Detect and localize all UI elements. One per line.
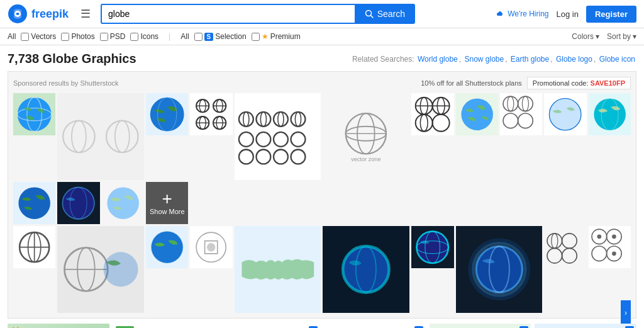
logo-link[interactable]: freepik (8, 4, 70, 24)
all-filter-label: All (8, 32, 16, 41)
svg-text:vector zone: vector zone (352, 156, 381, 162)
svg-point-26 (243, 112, 249, 127)
grid-item-4[interactable]: S (324, 324, 426, 328)
photos-checkbox[interactable] (61, 33, 69, 41)
sponsored-thumb-r2-10[interactable] (589, 226, 631, 268)
selection-filter[interactable]: S Selection (194, 32, 247, 41)
world-map-svg (235, 226, 321, 313)
grid-item-5[interactable]: S (430, 324, 531, 328)
sponsored-thumb-r2-6[interactable] (323, 226, 409, 313)
register-button[interactable]: Register (586, 6, 636, 23)
svg-point-100 (547, 248, 562, 263)
vectors-checkbox[interactable] (21, 33, 29, 41)
globe-svg-12 (13, 182, 55, 224)
photos-label: Photos (71, 32, 94, 41)
sponsored-thumb-12[interactable] (13, 182, 55, 224)
psd-filter[interactable]: PSD (100, 32, 126, 41)
svg-point-7 (64, 121, 95, 152)
related-link-4[interactable]: Globe logo (556, 55, 592, 64)
shutterstock-promo: 10% off for all Shutterstock plans Promo… (421, 77, 631, 89)
sponsored-thumb-13[interactable] (57, 182, 99, 224)
sponsored-thumb-r2-3[interactable] (146, 226, 188, 268)
related-label: Related Searches: (352, 55, 414, 64)
filter-divider: | (169, 32, 170, 41)
show-more-button[interactable]: + Show More (146, 182, 188, 224)
sponsored-thumb-r2-9[interactable] (544, 226, 586, 268)
sponsored-thumb-r2-2[interactable] (57, 226, 144, 313)
globe-svg-6: vector zone (323, 93, 409, 180)
vectors-filter[interactable]: Vectors (21, 32, 56, 41)
related-link-1[interactable]: World globe (418, 55, 458, 64)
svg-point-36 (291, 132, 305, 147)
login-button[interactable]: Log in (557, 9, 579, 19)
svg-point-37 (239, 150, 253, 164)
results-header: 7,738 Globe Graphics Related Searches: W… (8, 52, 636, 66)
sponsored-thumb-4[interactable] (190, 93, 232, 135)
vectors-label: Vectors (31, 32, 56, 41)
grid-item-3-preview: ICON GLOBE PACK (218, 324, 320, 328)
colors-dropdown[interactable]: Colors ▾ (572, 32, 599, 41)
globe-svg-8 (456, 93, 498, 135)
selection-s-badge: S (204, 33, 214, 41)
sponsored-grid-row1: vector zone (13, 93, 631, 224)
sponsored-thumb-10[interactable] (544, 93, 586, 135)
globe-r2-svg-4 (190, 226, 232, 268)
show-more-plus-icon: + (162, 190, 172, 208)
globe-svg-1 (13, 93, 55, 135)
sortby-dropdown[interactable]: Sort by ▾ (607, 32, 636, 41)
psd-checkbox[interactable] (100, 33, 108, 41)
sponsored-thumb-3[interactable] (146, 93, 188, 135)
3d-blue-globe-svg (442, 324, 518, 328)
globe-svg-13 (57, 182, 99, 224)
results-title: 7,738 Globe Graphics (8, 52, 136, 66)
svg-point-40 (291, 150, 305, 164)
sponsored-grid-row2 (13, 226, 631, 313)
promo-code-prefix: Promotional code: (533, 79, 589, 87)
icons-checkbox[interactable] (130, 33, 138, 41)
related-link-3[interactable]: Earth globe (511, 55, 549, 64)
scroll-right-button[interactable]: › (621, 300, 631, 325)
sponsored-thumb-r2-1[interactable] (13, 226, 55, 268)
sponsored-thumb-r2-8[interactable] (456, 226, 543, 313)
selection-checkbox[interactable] (194, 33, 203, 41)
photos-filter[interactable]: Photos (61, 32, 94, 41)
icons-filter[interactable]: Icons (130, 32, 158, 41)
show-more-label: Show More (150, 208, 185, 215)
promo-text: 10% off for all Shutterstock plans (421, 79, 522, 87)
premium-filter[interactable]: ★ Premium (252, 32, 301, 41)
globe-r2-svg-3 (146, 226, 188, 268)
sponsored-thumb-r2-5[interactable] (235, 226, 321, 313)
related-link-2[interactable]: Snow globe (464, 55, 504, 64)
sponsored-thumb-6[interactable]: vector zone (323, 93, 409, 180)
hiring-link[interactable]: We're Hiring (496, 9, 548, 18)
hamburger-button[interactable]: ☰ (77, 6, 94, 22)
svg-point-25 (239, 112, 253, 127)
sponsored-thumb-r2-7[interactable] (411, 226, 453, 268)
search-button[interactable]: Search (355, 4, 415, 24)
sponsored-thumb-14[interactable] (102, 182, 144, 224)
search-input[interactable] (101, 4, 355, 24)
svg-point-34 (256, 132, 270, 147)
grid-item-6[interactable]: S (535, 324, 636, 328)
sponsored-thumb-2[interactable] (57, 93, 144, 180)
svg-point-83 (207, 243, 215, 251)
premium-checkbox[interactable] (252, 33, 260, 41)
all2-filter-label: All (180, 32, 189, 41)
sponsored-thumb-9[interactable] (500, 93, 542, 135)
sponsored-thumb-5[interactable] (235, 93, 321, 180)
svg-point-31 (291, 112, 305, 127)
sponsored-label: Sponsored results by Shutterstock (13, 79, 119, 87)
svg-point-29 (274, 112, 288, 127)
grid-item-1[interactable]: 👑 (8, 324, 109, 328)
premium-label: Premium (270, 32, 301, 41)
related-link-5[interactable]: Globe icon (599, 55, 635, 64)
sponsored-thumb-r2-4[interactable] (190, 226, 232, 268)
sponsored-thumb-11[interactable] (589, 93, 631, 135)
grid-item-3[interactable]: ICON GLOBE PACK S (218, 324, 320, 328)
grid-item-2[interactable]: NEW (113, 324, 215, 328)
sponsored-thumb-1[interactable] (13, 93, 55, 135)
sponsored-thumb-8[interactable] (456, 93, 498, 135)
svg-point-61 (518, 113, 533, 128)
search-bar: Search (101, 4, 415, 24)
sponsored-thumb-7[interactable] (411, 93, 453, 135)
